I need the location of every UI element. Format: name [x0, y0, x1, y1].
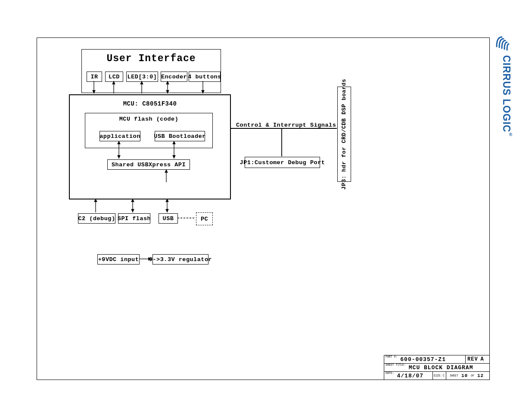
- tb-rev-label: REV: [466, 356, 480, 362]
- jp3-text: JP3: hdr for CRD/CDB DSP boards: [341, 79, 348, 190]
- block-pc: PC: [196, 212, 213, 225]
- tb-sheet-title-label: SHEET TITLE:: [384, 364, 407, 367]
- tb-date: 4/18/07: [395, 373, 432, 379]
- block-encoder: Encoder: [161, 72, 187, 82]
- cirrus-logo-text: CIRRUS LOGIC®: [501, 55, 513, 137]
- mcu-title: MCU: C8051F340: [70, 100, 230, 107]
- label-control-signals: Control & Interrupt Signals: [236, 122, 336, 128]
- block-jp1: JP1:Customer Debug Port: [245, 157, 320, 168]
- ui-group-box: User Interface: [81, 49, 221, 93]
- block-spi-flash: SPI flash: [118, 213, 150, 224]
- tb-size-label: SIZE:: [433, 374, 443, 377]
- tb-sheet-cur: 10: [460, 373, 470, 378]
- drawing-sheet: User Interface IR LCD LED[3:0] Encoder 4…: [37, 37, 490, 380]
- tb-part-no: 600-00357-Z1: [398, 356, 465, 363]
- tb-sheet-title: MCU BLOCK DIAGRAM: [407, 364, 475, 371]
- block-buttons: 4 buttons: [189, 72, 221, 82]
- block-vin: +9VDC input: [97, 254, 140, 265]
- tb-sheet-of: OF: [471, 374, 474, 377]
- block-c2-debug: C2 (debug): [78, 213, 115, 224]
- block-ir: IR: [87, 72, 102, 82]
- tb-sheet-label: SHEET: [450, 374, 458, 377]
- block-regulator: 9->3.3V regulator: [152, 254, 208, 265]
- block-usb: USB: [159, 213, 178, 224]
- block-shared-api: Shared USBXpress API: [107, 159, 190, 170]
- block-usb-bootloader: USB Bootloader: [155, 131, 205, 141]
- flash-group: MCU flash (code): [85, 113, 213, 148]
- tb-date-label: DATE:: [384, 372, 395, 375]
- block-lcd: LCD: [105, 72, 123, 82]
- tb-size: C: [443, 374, 445, 377]
- block-jp3: JP3: hdr for CRD/CDB DSP boards: [337, 87, 351, 182]
- title-block: PART #: 600-00357-Z1 REV A SHEET TITLE: …: [384, 355, 489, 380]
- block-led: LED[3:0]: [126, 72, 158, 82]
- ui-title: User Interface: [82, 53, 221, 64]
- block-application: application: [100, 131, 140, 141]
- cirrus-logo-icon: [492, 34, 513, 54]
- tb-rev: A: [480, 356, 486, 362]
- flash-title: MCU flash (code): [85, 116, 212, 122]
- tb-sheet-tot: 12: [476, 373, 485, 378]
- tb-part-label: PART #:: [384, 355, 398, 358]
